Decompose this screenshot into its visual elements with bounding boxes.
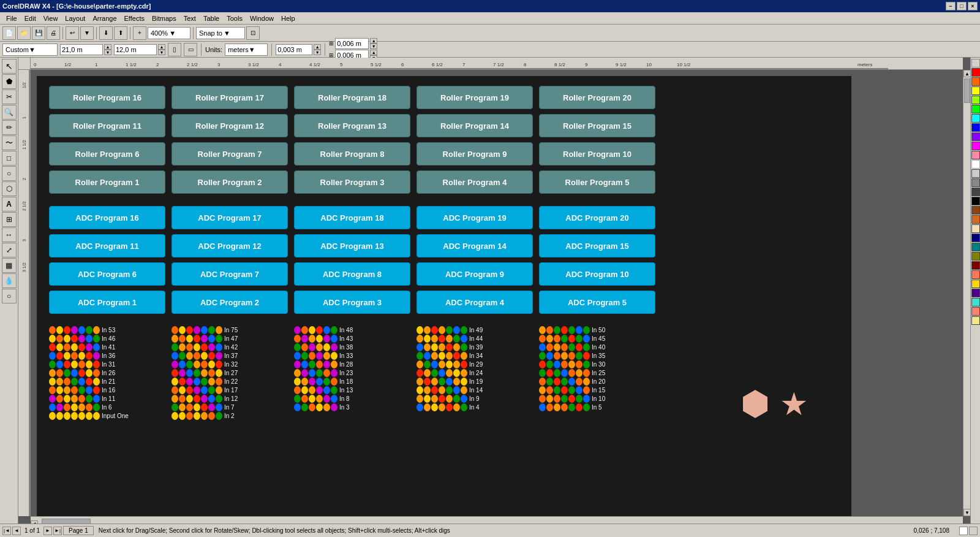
x-dup-spinner[interactable]: ▲▼ (370, 38, 377, 49)
menu-bitmaps[interactable]: Bitmaps (148, 13, 180, 23)
palette-color-olive[interactable] (971, 252, 980, 261)
fill-tool[interactable]: ▦ (2, 258, 17, 273)
palette-color-cyan[interactable] (971, 114, 980, 123)
scroll-down-btn[interactable]: ▼ (963, 509, 970, 516)
adc-btn-4[interactable]: ADC Program 4 (417, 291, 533, 314)
roller-btn-4[interactable]: Roller Program 4 (417, 170, 533, 194)
palette-color-lime[interactable] (971, 96, 980, 104)
dimension-tool[interactable]: ↔ (2, 227, 17, 242)
undo-dropdown[interactable]: ▼ (80, 26, 94, 40)
new-button[interactable]: 📄 (2, 26, 16, 40)
palette-color-indigo[interactable] (971, 289, 980, 297)
eyedropper-tool[interactable]: 💧 (2, 273, 17, 288)
connector-tool[interactable]: ⤢ (2, 243, 17, 257)
menu-effects[interactable]: Effects (121, 13, 148, 23)
nudge-input[interactable]: 0,003 m (276, 44, 312, 55)
palette-color-red[interactable] (971, 68, 980, 77)
adc-btn-2[interactable]: ADC Program 2 (172, 291, 288, 314)
snap-dropdown[interactable]: Snap to ▼ (196, 27, 245, 39)
save-button[interactable]: 💾 (32, 26, 45, 40)
horizontal-scrollbar[interactable]: ◄ ► (31, 516, 963, 524)
first-page-btn[interactable]: |◄ (2, 527, 11, 535)
height-spinner[interactable]: ▲▼ (158, 44, 165, 55)
palette-color-gray[interactable] (971, 178, 980, 187)
rectangle-tool[interactable]: □ (2, 151, 17, 166)
export-button[interactable]: ⬆ (114, 26, 127, 40)
text-tool[interactable]: A (2, 197, 17, 211)
palette-color-yellow[interactable] (971, 86, 980, 95)
roller-btn-14[interactable]: Roller Program 14 (417, 114, 533, 137)
adc-btn-15[interactable]: ADC Program 15 (539, 234, 655, 257)
palette-color-khaki[interactable] (971, 316, 980, 325)
preset-dropdown[interactable]: Custom ▼ (2, 44, 58, 56)
adc-btn-6[interactable]: ADC Program 6 (49, 262, 165, 286)
adc-btn-18[interactable]: ADC Program 18 (294, 206, 410, 229)
width-spinner[interactable]: ▲▼ (104, 44, 111, 55)
roller-btn-18[interactable]: Roller Program 18 (294, 86, 410, 109)
undo-button[interactable]: ↩ (66, 26, 79, 40)
snap-icon[interactable]: ⊡ (246, 26, 260, 40)
smart-draw-tool[interactable]: 〜 (2, 135, 17, 150)
scroll-h-thumb[interactable] (42, 519, 91, 524)
polygon-tool[interactable]: ⬡ (2, 181, 17, 196)
vertical-scrollbar[interactable]: ▲ ▼ (963, 70, 970, 516)
roller-btn-15[interactable]: Roller Program 15 (539, 114, 655, 137)
palette-color-teal[interactable] (971, 243, 980, 251)
palette-color-lightgray[interactable] (971, 169, 980, 178)
ellipse-tool[interactable]: ○ (2, 166, 17, 181)
roller-btn-3[interactable]: Roller Program 3 (294, 170, 410, 194)
menu-view[interactable]: View (40, 13, 62, 23)
adc-btn-14[interactable]: ADC Program 14 (417, 234, 533, 257)
adc-btn-12[interactable]: ADC Program 12 (172, 234, 288, 257)
select-tool[interactable]: ↖ (2, 59, 17, 74)
palette-color-magenta[interactable] (971, 142, 980, 150)
palette-color-green[interactable] (971, 105, 980, 113)
roller-btn-10[interactable]: Roller Program 10 (539, 142, 655, 166)
roller-btn-5[interactable]: Roller Program 5 (539, 170, 655, 194)
roller-btn-9[interactable]: Roller Program 9 (417, 142, 533, 166)
adc-btn-1[interactable]: ADC Program 1 (49, 291, 165, 314)
palette-color-pink[interactable] (971, 151, 980, 159)
next-page-btn[interactable]: ► (43, 527, 52, 535)
portrait-button[interactable]: ▯ (168, 43, 181, 56)
palette-color-maroon[interactable] (971, 261, 980, 270)
no-fill-swatch[interactable] (971, 59, 980, 67)
palette-color-white[interactable] (971, 160, 980, 169)
prev-page-btn[interactable]: ◄ (12, 527, 21, 535)
roller-btn-2[interactable]: Roller Program 2 (172, 170, 288, 194)
palette-color-orange[interactable] (971, 77, 980, 86)
adc-btn-7[interactable]: ADC Program 7 (172, 262, 288, 286)
adc-btn-8[interactable]: ADC Program 8 (294, 262, 410, 286)
roller-btn-12[interactable]: Roller Program 12 (172, 114, 288, 137)
close-button[interactable]: × (968, 2, 978, 10)
palette-color-navy[interactable] (971, 234, 980, 242)
zoom-in-button[interactable]: + (133, 26, 146, 40)
menu-table[interactable]: Table (200, 13, 223, 23)
scroll-left-btn[interactable]: ◄ (31, 520, 38, 524)
menu-text[interactable]: Text (180, 13, 200, 23)
roller-btn-1[interactable]: Roller Program 1 (49, 170, 165, 194)
freehand-tool[interactable]: ✏ (2, 120, 17, 135)
adc-btn-3[interactable]: ADC Program 3 (294, 291, 410, 314)
roller-btn-7[interactable]: Roller Program 7 (172, 142, 288, 166)
palette-color-brown[interactable] (971, 206, 980, 215)
menu-layout[interactable]: Layout (61, 13, 89, 23)
palette-color-coral[interactable] (971, 270, 980, 279)
adc-btn-20[interactable]: ADC Program 20 (539, 206, 655, 229)
palette-color-violet[interactable] (971, 132, 980, 141)
roller-btn-20[interactable]: Roller Program 20 (539, 86, 655, 109)
adc-btn-13[interactable]: ADC Program 13 (294, 234, 410, 257)
adc-btn-16[interactable]: ADC Program 16 (49, 206, 165, 229)
menu-arrange[interactable]: Arrange (89, 13, 120, 23)
menu-window[interactable]: Window (246, 13, 277, 23)
roller-btn-13[interactable]: Roller Program 13 (294, 114, 410, 137)
zoom-tool[interactable]: 🔍 (2, 105, 17, 120)
page-tab[interactable]: Page 1 (63, 526, 94, 535)
outline-tool[interactable]: ○ (2, 289, 17, 303)
palette-color-gold[interactable] (971, 280, 980, 288)
palette-color-salmon[interactable] (971, 307, 980, 316)
adc-btn-9[interactable]: ADC Program 9 (417, 262, 533, 286)
restore-button[interactable]: □ (957, 2, 967, 10)
scroll-up-btn[interactable]: ▲ (963, 70, 970, 77)
menu-tools[interactable]: Tools (223, 13, 246, 23)
